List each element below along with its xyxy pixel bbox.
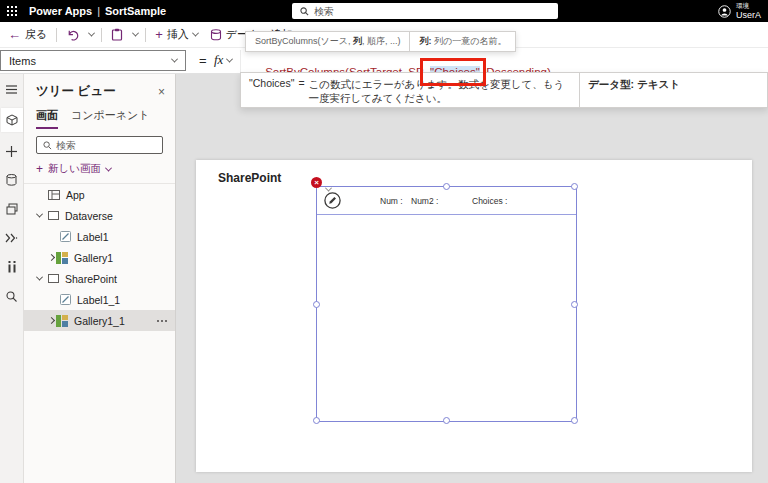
property-selector[interactable]: Items: [0, 50, 186, 71]
tree-item-label: App: [66, 189, 85, 201]
label-icon: [60, 294, 71, 305]
gallery-menu-chevron[interactable]: [326, 178, 331, 196]
app-screen-canvas: SharePoint × Num : Num2 : Choices :: [196, 160, 752, 472]
account-area[interactable]: 環境 UserA: [718, 0, 761, 22]
formula-error-tooltip: "Choices" = この数式にエラーがあります。数式を変更して、もう一度実行…: [240, 72, 768, 108]
rail-search-icon[interactable]: [1, 286, 23, 306]
power-automate-icon[interactable]: [1, 228, 23, 248]
gallery-control-selected[interactable]: × Num : Num2 : Choices :: [316, 186, 577, 422]
tree-item-label1[interactable]: Label1: [24, 226, 175, 247]
tree-item-gallery1[interactable]: Gallery1: [24, 247, 175, 268]
tree-item-label: Gallery1_1: [74, 315, 125, 327]
resize-handle-top-right[interactable]: [571, 183, 578, 190]
signature-text: SortByColumns(ソース, 列, 順序, ...): [246, 32, 409, 51]
resize-handle-bottom-left[interactable]: [313, 417, 320, 424]
signature-prefix: SortByColumns(ソース,: [255, 35, 353, 48]
chevron-down-icon: [35, 211, 42, 218]
title-separator: |: [92, 5, 105, 17]
undo-button[interactable]: [60, 24, 85, 46]
chevron-down-icon: [226, 55, 233, 62]
resize-handle-bottom-right[interactable]: [571, 417, 578, 424]
back-arrow-icon: ←: [8, 28, 21, 41]
tree-item-label: Dataverse: [65, 210, 113, 222]
new-screen-label: 新しい画面: [48, 162, 101, 176]
tree-item-label: Label1: [77, 231, 109, 243]
tree-item-label: Label1_1: [77, 294, 120, 306]
tree-item-label1-1[interactable]: Label1_1: [24, 289, 175, 310]
app-title: Power Apps|SortSample: [29, 5, 166, 17]
tree-item-label: SharePoint: [65, 273, 117, 285]
data-icon[interactable]: [1, 170, 23, 190]
screen-icon: [48, 274, 59, 283]
panel-title: ツリー ビュー: [36, 83, 116, 100]
resize-handle-right[interactable]: [571, 301, 578, 308]
error-message-section: "Choices" = この数式にエラーがあります。数式を変更して、もう一度実行…: [241, 73, 579, 107]
person-icon: [718, 5, 731, 18]
selected-property: Items: [9, 55, 36, 67]
error-message: この数式にエラーがあります。数式を変更して、もう一度実行してみてください。: [309, 77, 571, 103]
label-icon: [60, 231, 71, 242]
insert-button[interactable]: + 挿入: [149, 24, 204, 46]
tree-view-panel: ツリー ビュー × 画面 コンポーネント + 新しい画面 App Dataver…: [24, 74, 176, 483]
toolbar-divider: [56, 28, 57, 42]
paste-menu-button[interactable]: [129, 24, 142, 46]
toolbar-divider: [145, 28, 146, 42]
tree-search-input[interactable]: [56, 140, 162, 151]
global-search-box[interactable]: [292, 3, 558, 19]
paste-button[interactable]: [105, 24, 129, 46]
insert-label: 挿入: [167, 27, 189, 42]
undo-menu-button[interactable]: [85, 24, 98, 46]
chevron-down-icon: [192, 30, 199, 37]
function-signature-tooltip: SortByColumns(ソース, 列, 順序, ...) 列: 列の一意の名…: [245, 31, 516, 52]
tree-item-gallery1-1[interactable]: Gallery1_1: [24, 310, 175, 331]
tree-item-app[interactable]: App: [24, 184, 175, 205]
back-label: 戻る: [25, 27, 47, 42]
resize-handle-top[interactable]: [443, 183, 450, 190]
screen-title-label[interactable]: SharePoint: [218, 171, 281, 185]
datatype-panel: データ型: テキスト: [579, 73, 688, 107]
tree-item-sharepoint-screen[interactable]: SharePoint: [24, 268, 175, 289]
power-apps-studio: Power Apps|SortSample 環境 UserA ← 戻る: [0, 0, 768, 483]
plus-icon: +: [155, 28, 163, 41]
back-button[interactable]: ← 戻る: [2, 24, 53, 46]
tab-components[interactable]: コンポーネント: [71, 108, 150, 129]
gallery-item-template[interactable]: Num : Num2 : Choices :: [317, 187, 576, 215]
app-icon: [48, 190, 60, 200]
chevron-down-icon: [88, 30, 95, 37]
error-badge-icon[interactable]: ×: [311, 177, 322, 188]
fx-button[interactable]: fx: [214, 52, 232, 68]
document-name: SortSample: [105, 5, 166, 17]
waffle-icon[interactable]: [7, 6, 17, 16]
resize-handle-bottom[interactable]: [443, 417, 450, 424]
close-icon[interactable]: ×: [158, 86, 165, 98]
insert-icon[interactable]: [1, 141, 23, 161]
user-name: UserA: [736, 11, 761, 20]
chevron-down-icon: [171, 56, 178, 63]
tree-item-dataverse-screen[interactable]: Dataverse: [24, 205, 175, 226]
hamburger-menu-icon[interactable]: [1, 79, 23, 99]
new-screen-button[interactable]: + 新しい画面: [24, 154, 175, 183]
tab-screens[interactable]: 画面: [36, 108, 58, 129]
gallery-icon: [56, 315, 68, 327]
top-app-bar: Power Apps|SortSample 環境 UserA: [0, 0, 768, 22]
signature-suffix: , 順序, ...): [362, 35, 401, 48]
screens-icon[interactable]: [1, 199, 23, 219]
chevron-down-icon: [35, 274, 42, 281]
tree-view-icon[interactable]: [1, 108, 23, 132]
hint-param-name: 列:: [419, 35, 431, 48]
gallery-field-num2: Num2 :: [411, 196, 438, 206]
signature-current-param: 列: [353, 35, 362, 48]
environment-label: 環境: [736, 3, 761, 10]
chevron-right-icon: [47, 317, 54, 324]
equals-sign: =: [199, 53, 207, 68]
variables-icon[interactable]: [1, 257, 23, 277]
tree-search-box[interactable]: [36, 136, 163, 154]
resize-handle-left[interactable]: [313, 301, 320, 308]
chevron-down-icon: [132, 30, 139, 37]
more-options-icon[interactable]: [161, 320, 163, 322]
parameter-hint: 列: 列の一意の名前。: [409, 32, 515, 51]
toolbar-divider: [101, 28, 102, 42]
plus-icon: +: [36, 163, 43, 175]
product-name: Power Apps: [29, 5, 92, 17]
search-input[interactable]: [314, 6, 558, 17]
